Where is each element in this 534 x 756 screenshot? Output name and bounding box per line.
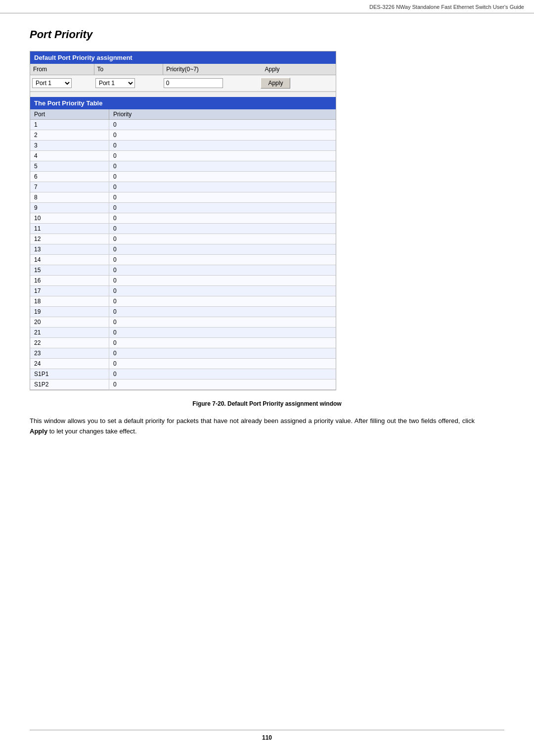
priority-input[interactable] <box>164 78 223 88</box>
port-cell: 5 <box>30 161 109 171</box>
priority-value-cell: 0 <box>109 286 336 296</box>
desc-text1: This window allows you to set a default … <box>30 417 475 425</box>
priority-value-cell: 0 <box>109 172 336 182</box>
col-header-from: From <box>30 64 94 75</box>
port-cell: 24 <box>30 359 109 369</box>
port-cell: 11 <box>30 224 109 234</box>
port-cell: 13 <box>30 244 109 254</box>
priority-value-cell: 0 <box>109 359 336 369</box>
port-cell: S1P1 <box>30 369 109 379</box>
priority-value-cell: 0 <box>109 328 336 337</box>
pt-col-headers: Port Priority <box>30 109 336 120</box>
priority-value-cell: 0 <box>109 379 336 389</box>
port-cell: 4 <box>30 151 109 161</box>
port-cell: 23 <box>30 348 109 358</box>
port-cell: 19 <box>30 307 109 317</box>
table-row: 80 <box>30 192 336 203</box>
table-row: 40 <box>30 151 336 161</box>
col-header-apply: Apply <box>262 64 336 75</box>
priority-value-cell: 0 <box>109 307 336 317</box>
col-header-to: To <box>94 64 164 75</box>
priority-value-cell: 0 <box>109 203 336 213</box>
port-cell: 6 <box>30 172 109 182</box>
priority-value-cell: 0 <box>109 141 336 150</box>
port-cell: 12 <box>30 234 109 244</box>
table-row: 90 <box>30 203 336 213</box>
table-row: 220 <box>30 338 336 348</box>
footer-bar: 110 <box>30 730 504 741</box>
port-cell: 7 <box>30 182 109 192</box>
input-row: Port 1 Port 2 Port 3 Port 4 Port 5 Port … <box>30 75 336 92</box>
port-cell: 18 <box>30 296 109 306</box>
from-cell: Port 1 Port 2 Port 3 Port 4 Port 5 Port … <box>32 78 95 88</box>
table-row: 20 <box>30 130 336 141</box>
priority-value-cell: 0 <box>109 120 336 130</box>
pt-col-header-priority: Priority <box>109 109 336 119</box>
port-cell: 14 <box>30 255 109 265</box>
priority-value-cell: 0 <box>109 182 336 192</box>
priority-value-cell: 0 <box>109 296 336 306</box>
description-text: This window allows you to set a default … <box>30 416 475 437</box>
priority-value-cell: 0 <box>109 224 336 234</box>
table-row: 60 <box>30 172 336 182</box>
priority-cell <box>164 78 261 88</box>
priority-value-cell: 0 <box>109 265 336 275</box>
port-cell: 16 <box>30 276 109 285</box>
desc-text2: to let your changes take effect. <box>47 427 136 435</box>
priority-value-cell: 0 <box>109 255 336 265</box>
table-row: 160 <box>30 276 336 286</box>
table-row: 200 <box>30 317 336 328</box>
col-header-priority: Priority(0~7) <box>163 64 262 75</box>
apply-cell: Apply <box>261 78 334 89</box>
priority-value-cell: 0 <box>109 369 336 379</box>
table-row: 130 <box>30 244 336 255</box>
port-cell: 20 <box>30 317 109 327</box>
col-headers-row: From To Priority(0~7) Apply <box>30 64 336 75</box>
priority-value-cell: 0 <box>109 151 336 161</box>
priority-table-body: 1020304050607080901001101201301401501601… <box>30 120 336 390</box>
page-title: Port Priority <box>30 28 504 41</box>
table-row: 50 <box>30 161 336 172</box>
page-content: Port Priority Default Port Priority assi… <box>0 13 534 457</box>
table-row: S1P20 <box>30 379 336 390</box>
page-number: 110 <box>262 734 272 741</box>
priority-value-cell: 0 <box>109 338 336 348</box>
priority-value-cell: 0 <box>109 192 336 202</box>
table-row: 210 <box>30 328 336 338</box>
port-cell: 9 <box>30 203 109 213</box>
to-cell: Port 1 Port 2 Port 3 Port 4 Port 5 Port … <box>95 78 164 88</box>
table-row: 30 <box>30 141 336 151</box>
priority-value-cell: 0 <box>109 244 336 254</box>
figure-caption: Figure 7-20. Default Port Priority assig… <box>30 400 504 407</box>
table-row: S1P10 <box>30 369 336 379</box>
table-row: 230 <box>30 348 336 359</box>
priority-value-cell: 0 <box>109 213 336 223</box>
pt-col-header-port: Port <box>30 109 109 119</box>
port-cell: S1P2 <box>30 379 109 389</box>
port-cell: 10 <box>30 213 109 223</box>
table-row: 10 <box>30 120 336 130</box>
port-cell: 17 <box>30 286 109 296</box>
priority-value-cell: 0 <box>109 276 336 285</box>
to-select[interactable]: Port 1 Port 2 Port 3 Port 4 Port 5 Port … <box>95 78 135 88</box>
table-row: 140 <box>30 255 336 265</box>
port-cell: 22 <box>30 338 109 348</box>
header-title: DES-3226 NWay Standalone Fast Ethernet S… <box>369 4 524 10</box>
apply-button[interactable]: Apply <box>261 78 290 89</box>
table-row: 120 <box>30 234 336 244</box>
port-cell: 15 <box>30 265 109 275</box>
table-row: 170 <box>30 286 336 296</box>
assignment-container: Default Port Priority assignment From To… <box>30 51 336 390</box>
table-row: 240 <box>30 359 336 369</box>
priority-value-cell: 0 <box>109 130 336 140</box>
table-row: 100 <box>30 213 336 224</box>
from-select[interactable]: Port 1 Port 2 Port 3 Port 4 Port 5 Port … <box>32 78 72 88</box>
port-cell: 8 <box>30 192 109 202</box>
table-row: 190 <box>30 307 336 317</box>
port-cell: 2 <box>30 130 109 140</box>
priority-value-cell: 0 <box>109 161 336 171</box>
spacer <box>30 92 336 97</box>
port-cell: 21 <box>30 328 109 337</box>
assignment-header: Default Port Priority assignment <box>30 51 336 64</box>
port-cell: 3 <box>30 141 109 150</box>
